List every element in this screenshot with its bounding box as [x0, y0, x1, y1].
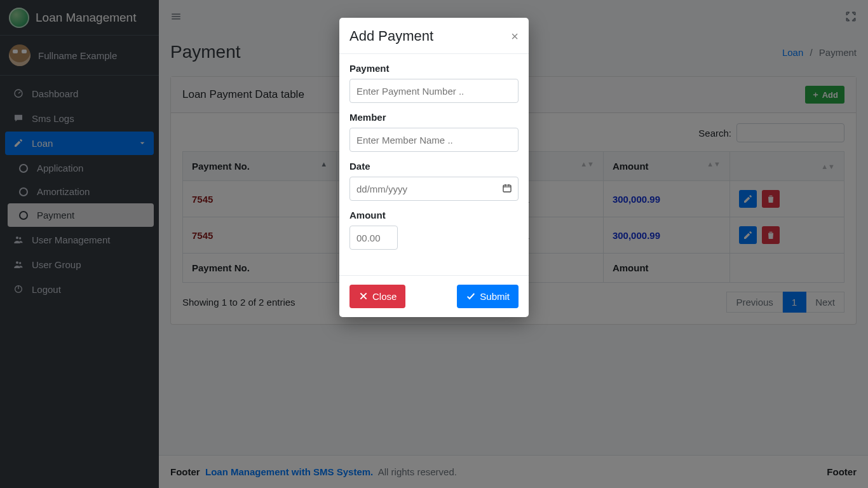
close-icon[interactable]: ×: [511, 30, 519, 43]
payment-label: Payment: [349, 63, 519, 74]
x-icon: [358, 291, 369, 302]
amount-label: Amount: [349, 210, 519, 220]
modal-title: Add Payment: [349, 28, 433, 44]
member-input[interactable]: [349, 128, 519, 152]
date-input[interactable]: [349, 177, 519, 201]
modal-body: Payment Member Date Amount: [339, 54, 529, 275]
check-icon: [466, 291, 476, 302]
payment-input[interactable]: [349, 79, 519, 103]
date-label: Date: [349, 161, 519, 172]
modal-footer: Close Submit: [339, 275, 529, 317]
modal-header: Add Payment ×: [339, 18, 529, 54]
member-label: Member: [349, 112, 519, 123]
submit-button[interactable]: Submit: [457, 285, 519, 308]
close-button-label: Close: [372, 291, 397, 302]
add-payment-modal: Add Payment × Payment Member Date Amount: [339, 18, 529, 317]
close-button[interactable]: Close: [349, 285, 405, 308]
amount-input[interactable]: [349, 226, 398, 250]
submit-button-label: Submit: [480, 291, 510, 302]
